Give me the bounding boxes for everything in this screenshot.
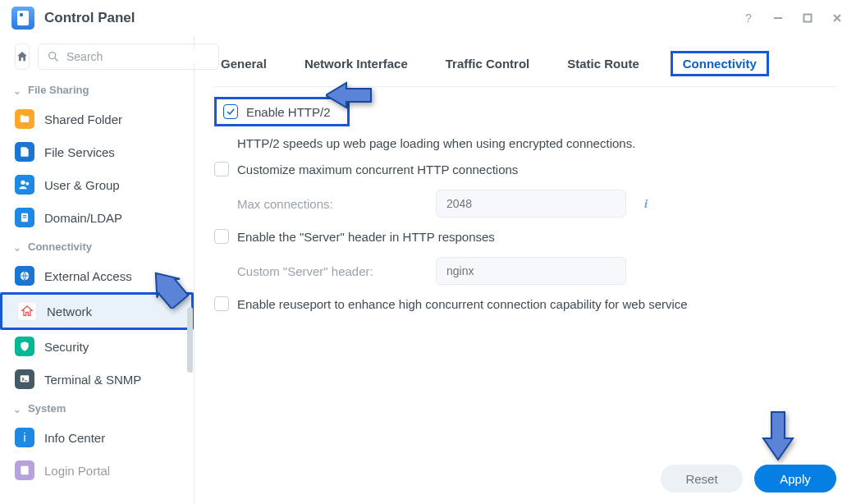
search-input[interactable] <box>66 50 210 63</box>
http2-desc: HTTP/2 speeds up web page loading when u… <box>237 136 836 150</box>
sidebar-item-user-group[interactable]: User & Group <box>0 168 194 201</box>
arrow-annotation <box>326 79 375 112</box>
home-button[interactable] <box>15 44 30 70</box>
folder-icon <box>15 109 34 129</box>
svg-line-5 <box>55 58 57 61</box>
sidebar-item-file-services[interactable]: File Services <box>0 135 194 168</box>
customize-conn-checkbox[interactable] <box>214 162 229 176</box>
sidebar-item-label: Shared Folder <box>44 112 122 126</box>
maximize-icon[interactable] <box>800 11 815 25</box>
info-icon[interactable]: i <box>638 195 654 212</box>
max-conn-label: Max connections: <box>237 197 424 211</box>
sidebar-item-terminal-snmp[interactable]: Terminal & SNMP <box>0 363 194 396</box>
custom-header-label: Custom "Server" header: <box>237 264 424 278</box>
ldap-icon <box>15 208 34 227</box>
sidebar-item-label: Info Center <box>44 431 105 445</box>
section-label: Connectivity <box>28 241 92 253</box>
search-icon <box>47 50 60 63</box>
svg-point-7 <box>25 182 29 186</box>
sidebar-item-label: External Access <box>44 269 132 283</box>
sidebar-item-shared-folder[interactable]: Shared Folder <box>0 103 194 135</box>
svg-marker-16 <box>763 412 793 460</box>
tab-traffic-control[interactable]: Traffic Control <box>439 52 537 76</box>
arrow-annotation <box>760 409 796 463</box>
section-label: System <box>28 402 66 415</box>
enable-http2-checkbox[interactable] <box>223 104 238 119</box>
chevron-up-icon: ⌃ <box>13 241 21 253</box>
sidebar-item-label: Terminal & SNMP <box>44 373 141 387</box>
file-services-icon <box>15 142 34 162</box>
minimize-icon[interactable] <box>771 11 785 25</box>
server-header-label: Enable the "Server" header in HTTP respo… <box>237 230 495 244</box>
close-icon[interactable] <box>830 11 845 25</box>
divider <box>214 86 836 87</box>
window-title: Control Panel <box>44 10 135 26</box>
svg-marker-15 <box>153 263 190 309</box>
arrow-annotation <box>153 263 190 309</box>
svg-point-6 <box>21 181 25 185</box>
search-field[interactable] <box>38 44 219 70</box>
max-conn-input <box>436 190 626 218</box>
chevron-up-icon: ⌃ <box>13 85 21 96</box>
server-header-checkbox[interactable] <box>214 229 229 244</box>
svg-point-4 <box>49 53 56 59</box>
section-file-sharing[interactable]: ⌃ File Sharing <box>0 77 194 103</box>
section-system[interactable]: ⌃ System <box>0 396 194 421</box>
login-portal-icon <box>15 460 34 480</box>
external-access-icon <box>15 266 34 286</box>
customize-conn-label: Customize maximum concurrent HTTP connec… <box>237 163 518 176</box>
sidebar-item-security[interactable]: Security <box>0 330 194 363</box>
network-icon <box>17 301 37 321</box>
help-icon[interactable]: ? <box>741 11 756 25</box>
sidebar-item-login-portal[interactable]: Login Portal <box>0 454 194 487</box>
reuseport-checkbox[interactable] <box>214 296 229 311</box>
terminal-icon <box>15 369 34 389</box>
tab-network-interface[interactable]: Network Interface <box>298 52 414 76</box>
scrollbar-thumb[interactable] <box>187 307 193 373</box>
svg-rect-1 <box>804 14 812 21</box>
tab-static-route[interactable]: Static Route <box>561 52 646 76</box>
tab-general[interactable]: General <box>214 52 273 76</box>
svg-rect-10 <box>23 217 27 218</box>
chevron-up-icon: ⌃ <box>13 403 21 415</box>
custom-header-input <box>436 257 626 285</box>
reuseport-label: Enable reuseport to enhance high concurr… <box>237 297 688 311</box>
apply-button[interactable]: Apply <box>754 465 836 493</box>
shield-icon <box>15 337 34 356</box>
svg-rect-13 <box>21 466 28 475</box>
sidebar-item-label: User & Group <box>44 178 120 192</box>
tab-connectivity[interactable]: Connectivity <box>671 51 769 76</box>
section-connectivity[interactable]: ⌃ Connectivity <box>0 234 194 259</box>
section-label: File Sharing <box>28 84 89 96</box>
sidebar-item-label: Network <box>47 305 92 318</box>
svg-rect-9 <box>23 215 27 216</box>
sidebar-item-info-center[interactable]: i Info Center <box>0 421 194 454</box>
enable-http2-label: Enable HTTP/2 <box>246 105 331 119</box>
app-icon <box>11 7 34 30</box>
users-icon <box>15 175 34 195</box>
sidebar-item-label: Domain/LDAP <box>44 211 122 225</box>
sidebar-item-domain-ldap[interactable]: Domain/LDAP <box>0 201 194 234</box>
reset-button[interactable]: Reset <box>661 465 743 493</box>
sidebar-item-label: File Services <box>44 145 115 159</box>
svg-marker-14 <box>326 83 371 108</box>
sidebar-item-label: Login Portal <box>44 464 110 478</box>
info-icon: i <box>15 428 34 447</box>
sidebar-item-label: Security <box>44 340 89 354</box>
